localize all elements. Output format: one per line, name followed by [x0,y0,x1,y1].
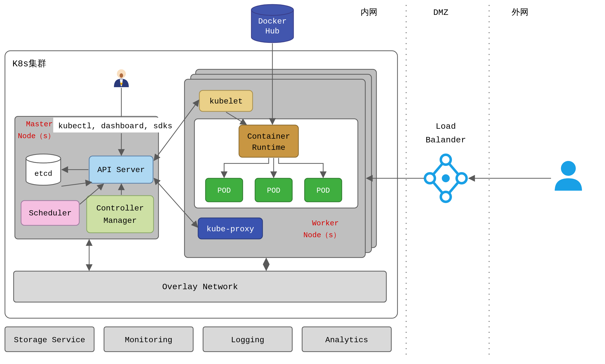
admin-user-icon [114,69,129,87]
svg-text:POD: POD [267,186,280,195]
svg-point-21 [457,173,467,183]
svg-text:Hub: Hub [265,27,280,36]
kube-proxy-label: kube-proxy [207,225,254,234]
svg-text:Analytics: Analytics [325,336,368,345]
master-node-label: Master [26,120,53,129]
kubelet-label: kubelet [210,97,243,106]
worker-node-label: Worker [312,219,339,228]
container-runtime-label: Container [247,132,290,141]
load-balancer-label: Balander [425,135,466,145]
svg-text:Storage Service: Storage Service [14,336,85,345]
svg-text:POD: POD [316,186,330,195]
svg-text:POD: POD [217,186,231,195]
worker-node-label: Node（s） [303,231,341,239]
svg-point-22 [441,192,451,202]
svg-text:Docker: Docker [258,17,287,26]
svg-text:Logging: Logging [231,336,264,345]
zone-label-internet: 外网 [512,8,528,17]
svg-point-4 [26,154,61,163]
load-balancer-icon [425,155,467,202]
zone-label-dmz: DMZ [433,8,448,17]
zone-label-intranet: 内网 [361,8,377,17]
cluster-title: K8s集群 [12,59,46,69]
svg-point-0 [251,4,293,15]
pod-box: POD [255,178,292,202]
service-box: Logging [203,327,292,352]
api-server-label: API Server [97,165,145,175]
svg-point-20 [441,155,451,165]
kubectl-label: kubectl, dashboard, sdks [58,122,172,131]
pod-box: POD [305,178,342,202]
load-balancer-label: Load [436,122,456,131]
controller-manager-label: Controller [96,204,144,213]
svg-point-25 [561,161,576,176]
svg-point-24 [442,174,450,182]
service-box: Storage Service [5,327,94,352]
pod-box: POD [206,178,243,202]
service-box: Monitoring [104,327,193,352]
svg-point-23 [425,173,435,183]
scheduler-label: Scheduler [29,209,72,218]
container-runtime-box [239,125,298,157]
k8s-architecture-diagram: 内网 DMZ 外网 Docker Hub K8s集群 Master Node（s… [0,0,605,364]
master-node-label: Node（s） [18,132,55,140]
end-user-icon [555,161,582,191]
overlay-network-label: Overlay Network [162,282,238,292]
svg-text:etcd: etcd [34,170,52,178]
service-box: Analytics [302,327,391,352]
controller-manager-label: Manager [104,216,137,225]
etcd-node: etcd [26,154,61,185]
controller-manager-box [87,196,154,233]
docker-hub-node: Docker Hub [251,4,293,43]
container-runtime-label: Runtime [252,143,285,152]
svg-text:Monitoring: Monitoring [125,336,172,345]
